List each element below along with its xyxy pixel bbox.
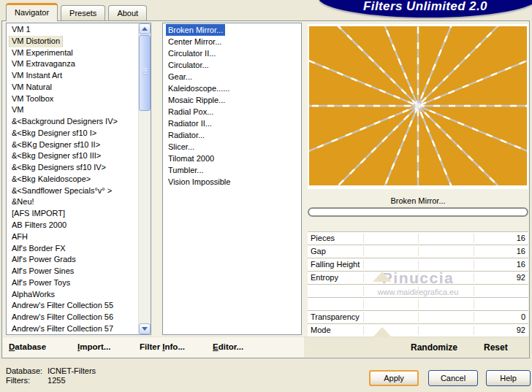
param-value: 16	[517, 247, 525, 255]
param-slider-row[interactable]: Falling Height16	[308, 258, 528, 272]
slider-tick	[418, 299, 419, 309]
randomize-button[interactable]: Randomize	[411, 342, 457, 353]
slider-tick	[363, 247, 364, 256]
chevron-down-icon	[142, 327, 148, 331]
category-item[interactable]: Alf's Power Toys	[7, 277, 139, 289]
param-slider-row[interactable]: Entropy92	[308, 272, 528, 285]
database-status-row: Database: ICNET-Filters	[6, 366, 96, 376]
filter-item[interactable]: Center Mirror...	[163, 36, 301, 47]
filter-item[interactable]: Radiator...	[163, 129, 301, 141]
category-item[interactable]: &<BKg Designer sf10 II>	[7, 139, 139, 151]
preview-frame	[308, 24, 528, 189]
category-scrollbar	[138, 23, 151, 334]
slider-tick	[363, 286, 364, 296]
category-item[interactable]: Andrew's Filter Collection 57	[7, 323, 139, 334]
import-button[interactable]: Import...	[77, 342, 110, 351]
param-spacer-row	[308, 298, 528, 311]
scroll-thumb[interactable]	[139, 35, 151, 111]
parameter-sliders: Pieces16Gap16Falling Height16Entropy92Tr…	[308, 231, 528, 337]
param-value: 92	[517, 273, 525, 282]
slider-tick	[418, 273, 419, 283]
filter-item[interactable]: Radial Pox...	[163, 106, 301, 118]
randomize-toolbar: Randomize Reset	[304, 337, 529, 357]
database-button[interactable]: Database	[9, 342, 46, 351]
slider-tick	[474, 234, 474, 243]
category-item[interactable]: Andrew's Filter Collection 55	[7, 300, 139, 312]
param-value: 92	[517, 326, 525, 334]
tab-about[interactable]: About	[108, 5, 147, 20]
category-item[interactable]: Alf's Border FX	[7, 243, 139, 255]
category-item[interactable]: VM Natural	[7, 82, 139, 93]
editor-button[interactable]: Editor...	[213, 342, 243, 351]
scroll-up-button[interactable]	[139, 23, 151, 34]
slider-tick	[474, 273, 474, 283]
category-item[interactable]: AB Filters 2000	[7, 220, 139, 231]
filter-item[interactable]: Radiator II...	[163, 118, 301, 129]
slider-tick	[363, 260, 364, 269]
filter-item[interactable]: Mosaic Ripple...	[163, 94, 301, 106]
category-item[interactable]: Andrew's Filter Collection 56	[7, 312, 139, 323]
filter-list-items: Broken Mirror...Center Mirror...Circulat…	[163, 24, 301, 334]
category-item[interactable]: VM Experimental	[7, 47, 139, 59]
navigator-page: VM 1VM DistortionVM ExperimentalVM Extra…	[1, 20, 530, 358]
param-value: 16	[517, 234, 525, 242]
category-item[interactable]: &<Bkg Designer sf10 III>	[7, 150, 139, 162]
tab-navigator[interactable]: Navigator	[6, 3, 58, 21]
param-slider-row[interactable]: Pieces16	[308, 232, 528, 245]
slider-tick	[474, 312, 474, 322]
param-slider-row[interactable]: Transparency0	[308, 311, 528, 324]
help-button[interactable]: Help	[486, 370, 531, 386]
param-label: Pieces	[311, 234, 335, 242]
category-list-items: VM 1VM DistortionVM ExperimentalVM Extra…	[7, 24, 139, 334]
param-value: 0	[521, 312, 525, 321]
filter-item[interactable]: Slicer...	[163, 141, 301, 153]
category-item[interactable]: AFH	[7, 231, 139, 243]
category-item[interactable]: [AFS IMPORT]	[7, 208, 139, 220]
filter-item[interactable]: Kaleidoscope......	[163, 82, 301, 94]
category-item[interactable]: VM Toolbox	[7, 93, 139, 105]
slider-tick	[363, 312, 364, 322]
category-listbox: VM 1VM DistortionVM ExperimentalVM Extra…	[6, 23, 151, 335]
filter-listbox: Broken Mirror...Center Mirror...Circulat…	[162, 23, 302, 335]
cancel-button[interactable]: Cancel	[428, 370, 478, 386]
filter-item[interactable]: Circulator II...	[163, 47, 301, 59]
category-item[interactable]: VM	[7, 104, 139, 116]
filter-item[interactable]: Gear...	[163, 71, 301, 82]
filter-item[interactable]: Vision Impossible	[163, 176, 301, 188]
category-item[interactable]: Alf's Power Grads	[7, 254, 139, 266]
category-item[interactable]: &<Bkg Designers sf10 IV>	[7, 162, 139, 174]
category-item[interactable]: &<Bkg Designer sf10 I>	[7, 128, 139, 139]
param-spacer-row	[308, 285, 528, 298]
param-slider-row[interactable]: Gap16	[308, 245, 528, 258]
category-item[interactable]: VM Instant Art	[7, 70, 139, 82]
reset-button[interactable]: Reset	[484, 342, 508, 353]
apply-button[interactable]: Apply	[369, 370, 419, 386]
chevron-up-icon	[142, 27, 148, 31]
tab-presets[interactable]: Presets	[61, 5, 105, 20]
slider-tick	[418, 326, 419, 335]
param-value: 16	[517, 260, 525, 269]
filters-status-label: Filters:	[6, 376, 45, 385]
filter-item[interactable]: Circulator...	[163, 59, 301, 71]
progress-bar	[308, 207, 528, 217]
param-slider-row[interactable]: Mode92	[308, 324, 528, 337]
category-item[interactable]: &Neu!	[7, 196, 139, 208]
category-item[interactable]: VM Distortion	[7, 36, 139, 47]
slider-tick	[474, 286, 474, 296]
filter-item[interactable]: Tumbler...	[163, 164, 301, 176]
filter-item[interactable]: Tilomat 2000	[163, 153, 301, 164]
category-item[interactable]: &<Background Designers IV>	[7, 116, 139, 128]
category-item[interactable]: VM Extravaganza	[7, 58, 139, 70]
preview-image[interactable]	[309, 26, 527, 185]
filter-item[interactable]: Broken Mirror...	[163, 24, 301, 36]
category-item[interactable]: Alf's Power Sines	[7, 266, 139, 277]
scroll-down-button[interactable]	[139, 323, 151, 334]
slider-tick	[363, 326, 364, 335]
category-item[interactable]: &<Bkg Kaleidoscope>	[7, 174, 139, 185]
slider-tick	[418, 286, 419, 296]
filter-info-button[interactable]: Filter Info...	[140, 342, 185, 351]
category-item[interactable]: AlphaWorks	[7, 289, 139, 301]
app-logo-text: Filters Unlimited 2.0	[319, 0, 532, 14]
category-item[interactable]: VM 1	[7, 24, 139, 36]
category-item[interactable]: &<Sandflower Specials°v° >	[7, 185, 139, 197]
